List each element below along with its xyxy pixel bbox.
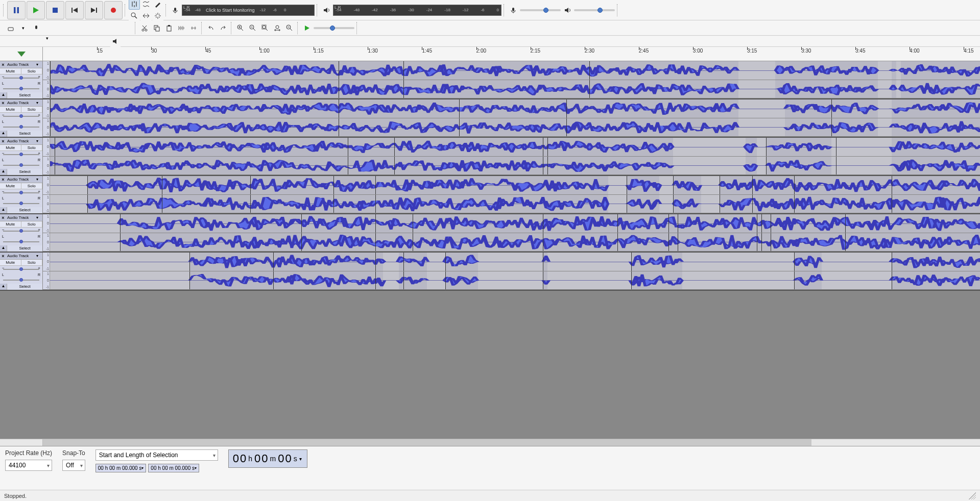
track-solo-button[interactable]: Solo (21, 260, 43, 265)
track-collapse-button[interactable]: ▲ (0, 207, 7, 213)
clip-boundary[interactable] (459, 99, 460, 118)
track-menu-button[interactable]: ▾ (36, 139, 42, 143)
track-menu-button[interactable]: ▾ (36, 177, 42, 182)
waveform-channel[interactable]: 10-1 (43, 80, 980, 99)
clip-boundary[interactable] (375, 233, 376, 252)
track-name-label[interactable]: Audio Track (6, 215, 36, 220)
fit-project-button[interactable] (272, 22, 283, 34)
clip-boundary[interactable] (761, 214, 762, 233)
clip-boundary[interactable] (678, 214, 678, 233)
track-name-label[interactable]: Audio Track (6, 62, 36, 67)
waveform-channel[interactable]: 10-1 (43, 176, 980, 195)
track-pan-slider[interactable] (0, 85, 42, 92)
clip-boundary[interactable] (771, 214, 771, 233)
clip-boundary[interactable] (892, 195, 892, 213)
rec-meter-icon[interactable] (170, 5, 181, 16)
track-collapse-button[interactable]: ▲ (0, 169, 7, 175)
tracks-area[interactable]: × Audio Track ▾ Mute Solo − + LR ▲ Selec… (0, 61, 980, 439)
clip-boundary[interactable] (301, 214, 302, 233)
clip-boundary[interactable] (339, 80, 339, 98)
track-name-label[interactable]: Audio Track (6, 139, 36, 143)
clip-boundary[interactable] (617, 233, 618, 252)
draw-tool[interactable] (152, 0, 163, 10)
track-waveform-area[interactable]: 10-110-1 (43, 138, 980, 175)
clip-boundary[interactable] (794, 176, 795, 194)
track-mute-button[interactable]: Mute (0, 260, 21, 265)
clip-boundary[interactable] (375, 195, 376, 213)
clip-boundary[interactable] (757, 233, 757, 252)
track-pan-slider[interactable] (0, 123, 42, 131)
play-meter-icon[interactable] (321, 5, 332, 16)
clip-boundary[interactable] (627, 195, 627, 213)
track-menu-button[interactable]: ▾ (36, 215, 42, 220)
clip-boundary[interactable] (348, 157, 348, 175)
track-waveform-area[interactable]: 10-110-1 (43, 61, 980, 98)
stop-button[interactable] (46, 1, 64, 19)
clip-boundary[interactable] (375, 176, 376, 194)
clip-boundary[interactable] (668, 214, 669, 233)
clip-boundary[interactable] (761, 233, 762, 252)
clip-boundary[interactable] (566, 118, 567, 137)
waveform-channel[interactable]: 10-1 (43, 214, 980, 233)
clip-boundary[interactable] (766, 138, 767, 156)
track-pan-slider[interactable] (0, 162, 42, 169)
clip-boundary[interactable] (631, 253, 632, 271)
clip-boundary[interactable] (333, 195, 334, 213)
clip-boundary[interactable] (831, 118, 832, 137)
waveform-channel[interactable]: 10-1 (43, 138, 980, 157)
waveform-channel[interactable]: 10-1 (43, 99, 980, 118)
clip-boundary[interactable] (413, 233, 413, 252)
audio-position-display[interactable]: 00h 00m 00s ▾ (228, 449, 307, 468)
track-solo-button[interactable]: Solo (21, 68, 43, 74)
clip-boundary[interactable] (631, 271, 632, 290)
clip-boundary[interactable] (766, 157, 767, 175)
clip-boundary[interactable] (794, 253, 795, 271)
track-gain-slider[interactable]: − + (0, 113, 42, 120)
track-mute-button[interactable]: Mute (0, 145, 21, 151)
clip-boundary[interactable] (403, 253, 404, 271)
play-button[interactable] (27, 1, 45, 19)
redo-button[interactable] (218, 22, 229, 34)
track-waveform-area[interactable]: 10-110-1 (43, 253, 980, 290)
project-rate-select[interactable]: 44100 (5, 460, 52, 471)
clip-boundary[interactable] (375, 271, 376, 290)
track-waveform-area[interactable]: 10-110-1 (43, 99, 980, 137)
track-mute-button[interactable]: Mute (0, 221, 21, 227)
clip-boundary[interactable] (445, 271, 446, 290)
clip-boundary[interactable] (752, 176, 753, 194)
zoom-tool[interactable] (129, 10, 140, 21)
horizontal-scrollbar[interactable] (0, 439, 980, 446)
track-mute-button[interactable]: Mute (0, 183, 21, 189)
clip-boundary[interactable] (394, 157, 395, 175)
clip-boundary[interactable] (55, 157, 55, 175)
clip-boundary[interactable] (301, 233, 302, 252)
clip-boundary[interactable] (403, 271, 404, 290)
track-menu-button[interactable]: ▾ (36, 254, 42, 258)
clip-boundary[interactable] (273, 271, 274, 290)
clip-boundary[interactable] (87, 176, 88, 194)
play-speed-slider[interactable] (314, 27, 354, 29)
clip-boundary[interactable] (162, 176, 162, 194)
clip-boundary[interactable] (50, 61, 51, 80)
speaker-device-icon[interactable] (110, 36, 121, 47)
clip-boundary[interactable] (413, 214, 413, 233)
silence-button[interactable] (188, 22, 199, 34)
paste-button[interactable] (163, 22, 175, 34)
clip-boundary[interactable] (50, 80, 51, 98)
undo-button[interactable] (205, 22, 217, 34)
resize-grip-icon[interactable] (969, 492, 976, 499)
clip-boundary[interactable] (627, 176, 627, 194)
track-select-button[interactable]: Select (7, 284, 42, 290)
clip-boundary[interactable] (120, 233, 121, 252)
zoom-out-button[interactable] (247, 22, 258, 34)
recording-meter[interactable]: L R -54 -48 Click to Start Monitoring -1… (182, 5, 315, 16)
track-close-button[interactable]: × (0, 215, 6, 221)
clip-boundary[interactable] (375, 253, 376, 271)
track-solo-button[interactable]: Solo (21, 221, 43, 227)
clip-boundary[interactable] (189, 253, 190, 271)
snap-to-select[interactable]: Off (62, 460, 85, 471)
clip-boundary[interactable] (120, 214, 121, 233)
clip-boundary[interactable] (375, 214, 376, 233)
play-volume-slider[interactable] (574, 9, 615, 11)
waveform-channel[interactable]: 10-1 (43, 253, 980, 271)
